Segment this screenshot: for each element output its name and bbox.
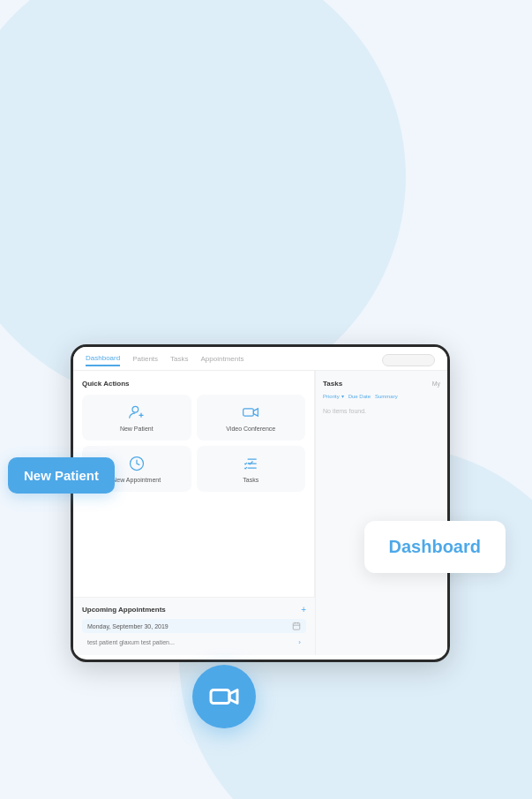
chevron-down-icon: ▾ [341, 393, 344, 399]
device-left: Quick Actions New Patient [73, 371, 315, 655]
tasks-panel-title: Tasks [323, 380, 342, 388]
video-icon [242, 403, 259, 421]
action-appointment-label: New Appointment [112, 477, 161, 483]
svg-rect-14 [211, 690, 229, 704]
upcoming-header: Upcoming Appointments + [82, 605, 306, 614]
video-conference-fab[interactable] [192, 665, 256, 728]
tasks-header: Tasks My [316, 371, 447, 388]
upcoming-section: Upcoming Appointments + Monday, Septembe… [73, 597, 315, 655]
calendar-icon [292, 622, 301, 630]
video-fab-icon [208, 681, 240, 712]
appointment-row[interactable]: test patient glaxum test patien... › [82, 637, 306, 648]
svg-marker-4 [254, 409, 259, 416]
nav-item-appointments[interactable]: Appointments [201, 355, 244, 366]
tasks-filter-row: Priority ▾ Due Date Summary [316, 393, 447, 399]
nav-item-dashboard[interactable]: Dashboard [86, 354, 120, 366]
action-tasks-label: Tasks [243, 477, 259, 483]
svg-point-0 [132, 406, 139, 412]
clock-icon [128, 455, 146, 472]
appointment-patient: test patient glaxum test patien... [87, 639, 175, 645]
nav-item-tasks[interactable]: Tasks [170, 355, 188, 366]
device-nav: Dashboard Patients Tasks Appointments [73, 347, 447, 371]
upcoming-title: Upcoming Appointments [82, 606, 166, 614]
tasks-my-tab[interactable]: My [432, 381, 440, 387]
device-frame: Dashboard Patients Tasks Appointments Qu… [71, 344, 450, 662]
tasks-panel: Tasks My Priority ▾ Due Date Summary No … [315, 371, 447, 655]
appointment-date: Monday, September 30, 2019 [87, 623, 169, 629]
quick-actions-title: Quick Actions [82, 380, 305, 388]
add-appointment-button[interactable]: + [301, 605, 306, 614]
nav-item-patients[interactable]: Patients [132, 355, 158, 366]
tasks-icon [242, 455, 259, 472]
svg-marker-15 [229, 690, 237, 704]
filter-summary[interactable]: Summary [375, 394, 398, 399]
action-new-patient-label: New Patient [120, 426, 154, 432]
date-row: Monday, September 30, 2019 [82, 619, 306, 633]
actions-grid: New Patient Video Conference [82, 395, 305, 492]
action-tasks[interactable]: Tasks [197, 446, 306, 492]
search-input[interactable] [382, 354, 435, 366]
action-video-label: Video Conference [226, 426, 275, 432]
new-patient-tooltip: New Patient [8, 457, 115, 494]
filter-due-date[interactable]: Due Date [348, 394, 371, 399]
device-content: Quick Actions New Patient [73, 371, 447, 655]
dashboard-card: Dashboard [364, 521, 506, 573]
action-new-patient[interactable]: New Patient [82, 395, 191, 441]
svg-rect-10 [293, 623, 300, 630]
chevron-right-icon: › [298, 638, 301, 646]
user-plus-icon [128, 403, 146, 421]
action-video-conference[interactable]: Video Conference [197, 395, 306, 441]
svg-rect-3 [244, 409, 254, 416]
filter-priority[interactable]: Priority ▾ [323, 393, 344, 399]
tasks-empty-message: No items found. [323, 408, 440, 414]
